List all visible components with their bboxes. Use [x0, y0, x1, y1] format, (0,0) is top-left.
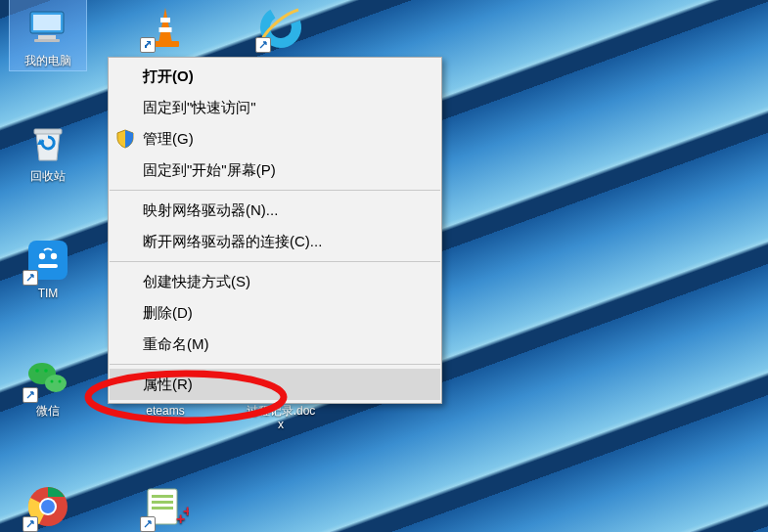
menu-item-properties[interactable]: 属性(R)	[110, 369, 440, 400]
desktop-icon-recycle-bin[interactable]: 回收站	[10, 115, 86, 186]
svg-text:+: +	[183, 503, 189, 519]
menu-item-label: 打开(O)	[143, 67, 194, 86]
svg-rect-35	[152, 507, 173, 510]
desktop-icon-chrome[interactable]	[10, 479, 86, 532]
shield-icon	[115, 129, 135, 149]
menu-item-rename[interactable]: 重命名(M)	[110, 329, 440, 360]
svg-rect-3	[34, 39, 60, 42]
svg-point-18	[44, 369, 48, 373]
shortcut-arrow-icon	[23, 270, 38, 286]
context-menu: 打开(O) 固定到"快速访问" 管理(G) 固定到"开始"屏幕(P) 映射网络驱…	[108, 57, 442, 404]
svg-rect-5	[160, 18, 170, 22]
internet-explorer-icon	[257, 4, 304, 51]
svg-point-16	[45, 375, 67, 392]
menu-item-label: 删除(D)	[143, 304, 193, 323]
desktop-icon-label: eteams	[127, 403, 203, 421]
shortcut-arrow-icon	[140, 516, 156, 532]
menu-item-label: 映射网络驱动器(N)...	[143, 201, 278, 220]
menu-separator	[110, 190, 440, 191]
desktop-icon-wechat[interactable]: 微信	[10, 350, 86, 421]
desktop-icon-label: 过程记录.docx	[243, 403, 319, 434]
shortcut-arrow-icon	[23, 516, 38, 532]
svg-point-17	[35, 369, 39, 373]
menu-item-pin-start[interactable]: 固定到"开始"屏幕(P)	[110, 155, 440, 186]
svg-rect-1	[33, 15, 61, 30]
desktop-icon-ie[interactable]	[243, 0, 319, 57]
menu-item-create-shortcut[interactable]: 创建快捷方式(S)	[110, 266, 440, 297]
menu-item-pin-quick-access[interactable]: 固定到"快速访问"	[110, 92, 440, 123]
svg-rect-33	[152, 495, 173, 498]
svg-rect-9	[34, 129, 62, 134]
desktop-icon-label: 微信	[10, 403, 86, 421]
svg-point-20	[59, 380, 62, 383]
menu-item-label: 固定到"快速访问"	[143, 99, 256, 117]
desktop-icon-my-computer[interactable]: 我的电脑	[10, 0, 86, 70]
svg-rect-2	[38, 35, 56, 39]
menu-item-label: 固定到"开始"屏幕(P)	[143, 161, 276, 180]
menu-item-disconnect-network-drive[interactable]: 断开网络驱动器的连接(C)...	[110, 226, 440, 257]
desktop-icon-label: 回收站	[10, 168, 86, 186]
svg-marker-4	[158, 8, 172, 43]
chrome-icon	[24, 483, 71, 530]
menu-item-label: 属性(R)	[143, 376, 193, 394]
svg-point-13	[51, 253, 57, 259]
notepadpp-icon: + +	[142, 483, 189, 530]
menu-item-open[interactable]: 打开(O)	[110, 61, 440, 92]
menu-separator	[110, 364, 440, 365]
desktop-icon-notepadpp[interactable]: + +	[127, 479, 203, 532]
svg-rect-7	[152, 41, 179, 47]
menu-item-manage[interactable]: 管理(G)	[110, 123, 440, 155]
shortcut-arrow-icon	[255, 37, 271, 53]
shortcut-arrow-icon	[23, 387, 38, 403]
wechat-icon	[24, 354, 71, 401]
tim-icon	[24, 237, 71, 284]
recycle-bin-icon	[24, 119, 71, 166]
desktop-icon-vlc[interactable]	[127, 0, 203, 57]
svg-point-19	[51, 380, 54, 383]
menu-item-delete[interactable]: 删除(D)	[110, 297, 440, 329]
svg-rect-34	[152, 501, 173, 504]
computer-icon	[24, 4, 71, 51]
desktop-icon-tim[interactable]: TIM	[10, 233, 86, 303]
svg-rect-14	[38, 264, 58, 268]
svg-point-23	[41, 500, 55, 513]
desktop-icon-label: 我的电脑	[10, 53, 86, 70]
traffic-cone-icon	[142, 4, 189, 51]
desktop[interactable]: 我的电脑	[0, 0, 768, 532]
shortcut-arrow-icon	[140, 37, 156, 53]
desktop-icon-label: TIM	[10, 286, 86, 303]
svg-point-12	[39, 253, 45, 259]
menu-item-map-network-drive[interactable]: 映射网络驱动器(N)...	[110, 195, 440, 226]
menu-item-label: 创建快捷方式(S)	[143, 273, 250, 291]
svg-rect-6	[159, 27, 172, 32]
menu-separator	[110, 261, 440, 262]
menu-item-label: 重命名(M)	[143, 335, 209, 354]
menu-item-label: 断开网络驱动器的连接(C)...	[143, 233, 322, 251]
menu-item-label: 管理(G)	[143, 130, 194, 149]
